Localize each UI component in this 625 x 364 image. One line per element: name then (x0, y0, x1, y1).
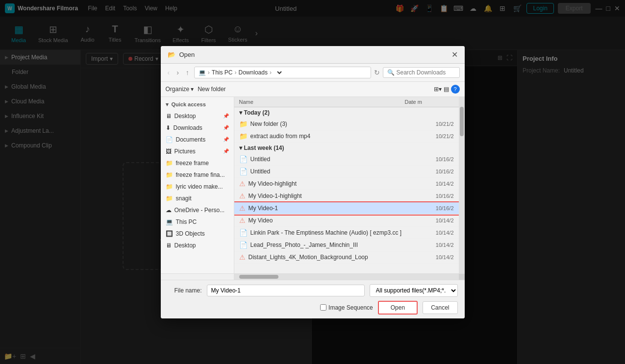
file-name-my-video-1: ⚠ My Video-1 (239, 204, 405, 212)
group-today[interactable]: ▾ Today (2) (234, 107, 459, 118)
file-item-distant-lights[interactable]: ⚠ Distant_Lights_4K_Motion_Background_Lo… (234, 251, 459, 264)
sidebar-documents[interactable]: 📄 Documents 📌 (161, 134, 234, 146)
group-last-week[interactable]: ▾ Last week (14) (234, 143, 459, 153)
pictures-icon: 🖼 (166, 148, 172, 155)
dialog-vscroll-thumb[interactable] (460, 107, 464, 136)
file-name-my-video-highlight: ⚠ My Video-highlight (239, 180, 405, 188)
file-date-my-video-highlight: 10/14/2 (405, 181, 454, 187)
filename-row: File name: All supported files(*.MP4;*.F… (168, 284, 458, 297)
sidebar-desktop2-label: Desktop (175, 242, 196, 249)
dialog-hscroll-thumb[interactable] (239, 275, 278, 279)
file-item-linkin-park[interactable]: 📄 Linkin Park - The Emptiness Machine (A… (234, 227, 459, 239)
nav-forward-button[interactable]: › (175, 68, 181, 77)
nav-back-button[interactable]: ‹ (166, 68, 172, 77)
filename-input[interactable] (207, 285, 365, 296)
folder-icon-extract-audio: 📁 (239, 132, 248, 140)
dialog-file-list: Name Date m ▾ Today (2) 📁 New folder (3)… (234, 97, 459, 273)
file-item-extract-audio[interactable]: 📁 extract audio from mp4 10/21/2 (234, 130, 459, 143)
file-date-distant-lights: 10/14/2 (405, 254, 454, 260)
image-sequence-checkbox[interactable] (320, 304, 326, 311)
video-icon-my-video-1: ⚠ (239, 204, 246, 212)
documents-pin-icon: 📌 (223, 137, 229, 142)
sidebar-quick-access-label: Quick access (172, 101, 206, 107)
file-name-my-video-1-highlight: ⚠ My Video-1-highlight (239, 192, 405, 200)
file-name-my-video: ⚠ My Video (239, 217, 405, 224)
file-label-extract-audio: extract audio from mp4 (250, 133, 311, 140)
file-item-lead-press[interactable]: 📄 Lead_Press_Photo_-_James_Minchin_III 1… (234, 239, 459, 251)
file-label-distant-lights: Distant_Lights_4K_Motion_Background_Loop (249, 254, 368, 261)
dialog-hscrollbar[interactable] (234, 274, 459, 280)
sidebar-desktop2[interactable]: 🖥 Desktop (161, 240, 234, 251)
sidebar-freeze-frame-label: freeze frame (176, 160, 209, 167)
help-button[interactable]: ? (451, 85, 460, 94)
file-item-untitled-1[interactable]: 📄 Untitled 10/16/2 (234, 153, 459, 166)
preview-pane-button[interactable]: ▤ (444, 85, 449, 94)
dialog-vscrollbar[interactable] (459, 97, 465, 273)
dialog-close-button[interactable]: ✕ (451, 50, 458, 59)
sidebar-this-pc[interactable]: 💻 This PC (161, 216, 234, 228)
video-icon-my-video-1-highlight: ⚠ (239, 192, 246, 200)
group-today-arrow: ▾ (239, 109, 242, 116)
sidebar-freeze-frame-final[interactable]: 📁 freeze frame fina... (161, 169, 234, 181)
organize-arrow-icon: ▾ (191, 86, 194, 93)
sidebar-documents-label: Documents (176, 136, 206, 143)
dialog-overlay: 📂 Open ✕ ‹ › ↑ 💻 › This PC › Downloads ›… (0, 0, 625, 364)
file-date-lead-press: 10/14/2 (405, 242, 454, 248)
file-label-untitled-1: Untitled (250, 156, 271, 163)
file-item-my-video-highlight[interactable]: ⚠ My Video-highlight 10/14/2 (234, 178, 459, 190)
file-item-my-video[interactable]: ⚠ My Video 10/14/2 (234, 215, 459, 227)
file-item-my-video-1-highlight[interactable]: ⚠ My Video-1-highlight 10/16/2 (234, 190, 459, 202)
file-item-new-folder-3[interactable]: 📁 New folder (3) 10/21/2 (234, 118, 459, 130)
freeze-frame-icon: 📁 (166, 160, 173, 167)
nav-path-select[interactable]: ▾ (274, 69, 283, 76)
open-button[interactable]: Open (378, 301, 418, 315)
audio-icon-linkin-park: 📄 (239, 229, 248, 237)
sidebar-snagit-label: snagit (176, 195, 192, 202)
sidebar-3d-objects[interactable]: 🔲 3D Objects (161, 228, 234, 240)
sidebar-lyric-video[interactable]: 📁 lyric video make... (161, 181, 234, 193)
3d-objects-icon: 🔲 (166, 230, 173, 237)
filename-label: File name: (168, 287, 202, 294)
file-list-header: Name Date m (234, 97, 459, 107)
view-toggle-button[interactable]: ⊞▾ (434, 85, 442, 94)
sidebar-onedrive[interactable]: ☁ OneDrive - Perso... (161, 204, 234, 216)
doc-icon-untitled-1: 📄 (239, 155, 248, 163)
nav-path-downloads[interactable]: Downloads (239, 69, 268, 76)
file-label-untitled-2: Untitled (250, 168, 271, 175)
file-item-untitled-2[interactable]: 📄 Untitled 10/16/2 (234, 166, 459, 178)
nav-path-separator-3: › (270, 69, 272, 76)
cancel-button[interactable]: Cancel (423, 301, 457, 314)
col-date-header[interactable]: Date m (405, 99, 454, 105)
dialog-buttons-row: Image Sequence Open Cancel (168, 301, 458, 315)
nav-up-button[interactable]: ↑ (184, 68, 191, 77)
search-input[interactable] (397, 69, 455, 76)
file-name-lead-press: 📄 Lead_Press_Photo_-_James_Minchin_III (239, 241, 405, 249)
documents-icon: 📄 (166, 136, 173, 143)
nav-refresh-button[interactable]: ↻ (374, 69, 380, 76)
sidebar-downloads[interactable]: ⬇ Downloads 📌 (161, 122, 234, 134)
sidebar-freeze-frame[interactable]: 📁 freeze frame (161, 157, 234, 169)
folder-icon-new-folder-3: 📁 (239, 120, 248, 128)
nav-path-thispc[interactable]: This PC (212, 69, 233, 76)
dialog-hscroll-area (161, 273, 465, 280)
file-label-my-video-highlight: My Video-highlight (249, 180, 297, 187)
sidebar-pictures-label: Pictures (175, 148, 196, 155)
doc-icon-untitled-2: 📄 (239, 168, 248, 175)
nav-path-separator-1: › (208, 69, 210, 76)
organize-button[interactable]: Organize ▾ (166, 86, 194, 93)
sidebar-snagit[interactable]: 📁 snagit (161, 193, 234, 204)
sidebar-pictures[interactable]: 🖼 Pictures 📌 (161, 146, 234, 157)
sidebar-desktop[interactable]: 🖥 Desktop 📌 (161, 110, 234, 122)
onedrive-icon: ☁ (166, 207, 172, 214)
new-folder-button[interactable]: New folder (198, 86, 225, 93)
col-name-header[interactable]: Name (239, 99, 405, 105)
nav-computer-icon: 💻 (199, 69, 206, 76)
file-item-my-video-1[interactable]: ⚠ My Video-1 10/16/2 (234, 202, 459, 215)
file-name-distant-lights: ⚠ Distant_Lights_4K_Motion_Background_Lo… (239, 253, 405, 261)
group-last-week-label: Last week (14) (244, 145, 284, 151)
image-sequence-checkbox-label[interactable]: Image Sequence (320, 304, 373, 311)
file-label-my-video: My Video (249, 217, 273, 224)
video-icon-my-video-highlight: ⚠ (239, 180, 246, 188)
filetype-select[interactable]: All supported files(*.MP4;*.FLV; (370, 284, 458, 297)
organize-label: Organize (166, 86, 190, 93)
